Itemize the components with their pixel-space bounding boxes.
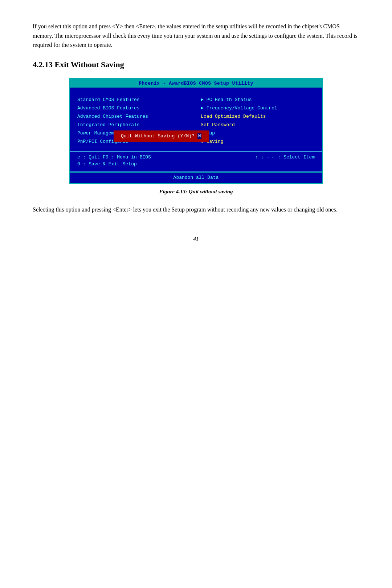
page-number: 41 xyxy=(33,236,359,242)
bios-menu-item-advanced-bios: Advanced BIOS Features xyxy=(77,105,191,111)
bios-footer: c : Quit F9 : Menu in BIOS 0 : Save & Ex… xyxy=(70,152,322,172)
bios-menu-item-saving: t Saving xyxy=(201,139,315,144)
bios-menu-item-set-password: Set Password xyxy=(201,122,315,128)
bios-menu-body: Standard CMOS Features Advanced BIOS Fea… xyxy=(70,91,322,147)
bios-screenshot: Phoenix - AwardBIOS CMOS Setup Utility S… xyxy=(69,78,323,184)
bios-menu-item-standard: Standard CMOS Features xyxy=(77,97,191,102)
bios-dialog-text: Quit Without Saving (Y/N)? xyxy=(121,133,197,139)
bios-bottom-bar: Abandon all Data xyxy=(70,172,322,183)
bios-menu-item-setup: Setup xyxy=(201,130,315,136)
bios-menu-item-advanced-chipset: Advanced Chipset Features xyxy=(77,114,191,119)
bios-footer-left: c : Quit F9 : Menu in BIOS 0 : Save & Ex… xyxy=(77,154,151,168)
bios-dialog: Quit Without Saving (Y/N)? N xyxy=(114,130,209,142)
bios-footer-right: ↑ ↓ → ← : Select Item xyxy=(255,154,315,161)
bios-menu-item-integrated: Integrated Peripherals xyxy=(77,122,191,128)
bios-right-column: ► PC Health Status ► Frequency/Voltage C… xyxy=(201,97,315,147)
bios-title-bar: Phoenix - AwardBIOS CMOS Setup Utility xyxy=(70,79,322,88)
bios-menu-item-frequency: ► Frequency/Voltage Control xyxy=(201,105,315,111)
bios-footer-quit: c : Quit F9 : Menu in BIOS xyxy=(77,154,151,161)
intro-paragraph: If you select this option and press <Y> … xyxy=(33,22,359,50)
bios-dialog-value: N xyxy=(197,133,202,139)
section-heading: 4.2.13 Exit Without Saving xyxy=(33,60,359,69)
bios-footer-save: 0 : Save & Exit Setup xyxy=(77,161,151,168)
figure-caption: Figure 4.13: Quit without saving xyxy=(33,189,359,195)
bios-menu-item-load-defaults: Load Optimized Defaults xyxy=(201,114,315,119)
body-text: Selecting this option and pressing <Ente… xyxy=(33,205,359,214)
bios-menu-item-pc-health: ► PC Health Status xyxy=(201,97,315,102)
